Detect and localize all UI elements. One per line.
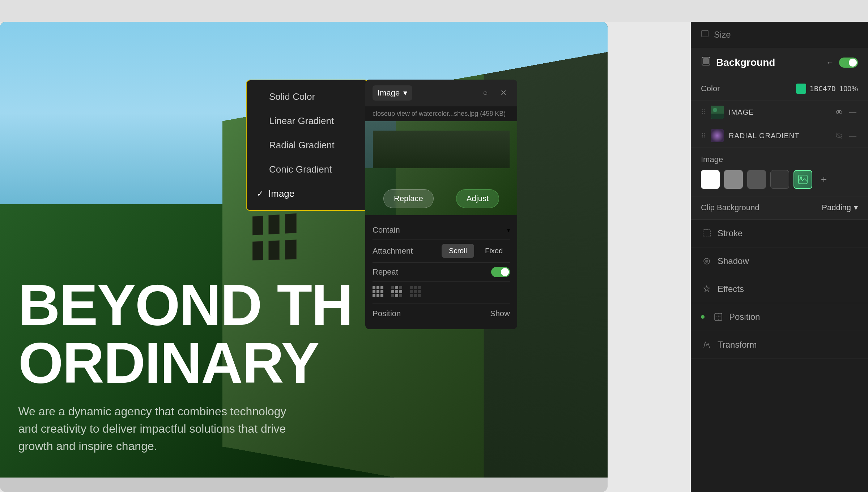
show-link[interactable]: Show: [490, 309, 510, 318]
image-panel-body: Contain ▾ Attachment Scroll Fixed Repeat: [365, 215, 517, 329]
repeat-pattern-row: [373, 282, 510, 304]
top-bar: [0, 0, 868, 22]
dropdown-item-solid-color[interactable]: Solid Color: [247, 85, 368, 109]
circle-icon[interactable]: ○: [479, 86, 492, 99]
svg-rect-0: [702, 30, 708, 37]
layer-drag-handle[interactable]: ⠿: [701, 108, 706, 116]
window-5: [268, 241, 279, 260]
background-title: Background: [716, 57, 775, 68]
color-opacity: 100%: [839, 85, 858, 93]
preview-roof: [373, 131, 510, 168]
image-filename: closeup view of watercolor...shes.jpg (4…: [365, 106, 517, 121]
radial-drag-handle[interactable]: ⠿: [701, 132, 706, 140]
window-6: [285, 240, 297, 260]
position-label: Position: [373, 309, 401, 318]
image-option-gray2[interactable]: [747, 170, 766, 189]
repeat-toggle[interactable]: [491, 267, 510, 277]
attachment-row: Attachment Scroll Fixed: [373, 239, 510, 263]
dropdown-item-conic-gradient[interactable]: Conic Gradient: [247, 157, 368, 182]
svg-point-15: [705, 260, 708, 263]
transform-section[interactable]: Transform: [691, 331, 868, 359]
building-windows: [252, 213, 297, 260]
radial-layer-name: RADIAL GRADIENT: [729, 132, 829, 140]
image-checkmark: ✓: [257, 189, 263, 199]
transform-label: Transform: [718, 340, 757, 350]
scroll-button[interactable]: Scroll: [442, 244, 474, 258]
layer-remove-icon[interactable]: —: [848, 107, 858, 117]
attachment-options: Scroll Fixed: [442, 244, 510, 258]
background-toggle[interactable]: [839, 58, 858, 68]
hero-title-line2: ORDINARY: [18, 334, 352, 392]
shadow-label: Shadow: [718, 256, 749, 266]
attachment-label: Attachment: [373, 246, 413, 256]
shadow-section[interactable]: Shadow: [691, 247, 868, 275]
background-section: Background ← Color 1BC47D 100% ⠿: [691, 48, 868, 220]
size-section[interactable]: Size: [691, 22, 868, 48]
clip-background-label: Clip Background: [701, 203, 759, 212]
stroke-section[interactable]: Stroke: [691, 220, 868, 247]
image-option-gray1[interactable]: [724, 170, 743, 189]
contain-chevron[interactable]: ▾: [507, 227, 510, 234]
position-section[interactable]: Position: [691, 303, 868, 331]
svg-point-12: [800, 177, 802, 179]
layer-visibility-icon[interactable]: [834, 107, 844, 117]
radial-remove-icon[interactable]: —: [848, 131, 858, 141]
image-option-image[interactable]: [793, 170, 812, 189]
repeat-all-icon[interactable]: [373, 286, 386, 299]
size-icon: [701, 30, 709, 40]
repeat-horizontal-icon[interactable]: [391, 286, 404, 299]
image-add-button[interactable]: +: [817, 172, 831, 187]
image-options: +: [701, 170, 858, 189]
dropdown-item-radial-gradient[interactable]: Radial Gradient: [247, 133, 368, 157]
radial-visibility-icon[interactable]: [834, 131, 844, 141]
linear-gradient-label: Linear Gradient: [269, 115, 334, 127]
image-section-title: Image: [701, 155, 858, 164]
shadow-icon: [701, 255, 712, 267]
effects-label: Effects: [718, 284, 744, 294]
image-panel: Image ▾ ○ ✕ closeup view of watercolor..…: [365, 80, 517, 329]
dropdown-item-image[interactable]: ✓ Image: [247, 182, 368, 206]
position-icon: [712, 311, 724, 323]
radial-layer-item: ⠿ RADIAL GRADIENT: [691, 124, 868, 148]
image-options-section: Image +: [691, 148, 868, 196]
contain-label: Contain: [373, 225, 400, 235]
image-layer-item: ⠿ IMAGE —: [691, 101, 868, 124]
size-label: Size: [714, 30, 731, 40]
repeat-row: Repeat: [373, 263, 510, 282]
color-hex: 1BC47D: [810, 84, 836, 93]
hero-title: BEYOND TH ORDINARY: [18, 276, 352, 392]
image-option-dark[interactable]: [770, 170, 789, 189]
repeat-sparse-icon[interactable]: [410, 286, 423, 299]
svg-rect-5: [711, 114, 724, 119]
image-label: Image: [268, 188, 294, 199]
bg-panel-title: Background: [701, 56, 775, 69]
hero-subtitle: We are a dynamic agency that combines te…: [18, 403, 307, 455]
fixed-button[interactable]: Fixed: [478, 244, 510, 258]
radial-layer-icons: —: [834, 131, 858, 141]
image-panel-header: Image ▾ ○ ✕: [365, 80, 517, 106]
dropdown-item-linear-gradient[interactable]: Linear Gradient: [247, 109, 368, 133]
image-option-white[interactable]: [701, 170, 720, 189]
repeat-icons: [373, 286, 423, 299]
replace-button[interactable]: Replace: [383, 189, 434, 208]
position-dot: [701, 315, 705, 319]
window-1: [252, 216, 263, 235]
effects-section[interactable]: Effects: [691, 275, 868, 303]
clip-background-row: Clip Background Padding ▾: [691, 196, 868, 219]
clip-chevron-icon: ▾: [854, 203, 858, 212]
image-type-selector[interactable]: Image ▾: [373, 85, 412, 101]
stroke-label: Stroke: [718, 228, 743, 238]
back-arrow-icon[interactable]: ←: [826, 58, 834, 67]
adjust-button[interactable]: Adjust: [456, 189, 499, 208]
image-preview: Replace Adjust: [365, 121, 517, 215]
contain-row: Contain ▾: [373, 221, 510, 239]
color-value[interactable]: 1BC47D 100%: [796, 84, 858, 94]
bg-panel-header: Background ←: [691, 48, 868, 77]
window-4: [252, 241, 263, 260]
hero-title-line1: BEYOND TH: [18, 276, 352, 334]
image-type-label: Image: [378, 88, 400, 98]
color-swatch: [796, 84, 806, 94]
position-row: Position Show: [373, 304, 510, 323]
clip-background-value[interactable]: Padding ▾: [822, 203, 858, 212]
close-icon[interactable]: ✕: [497, 86, 510, 99]
